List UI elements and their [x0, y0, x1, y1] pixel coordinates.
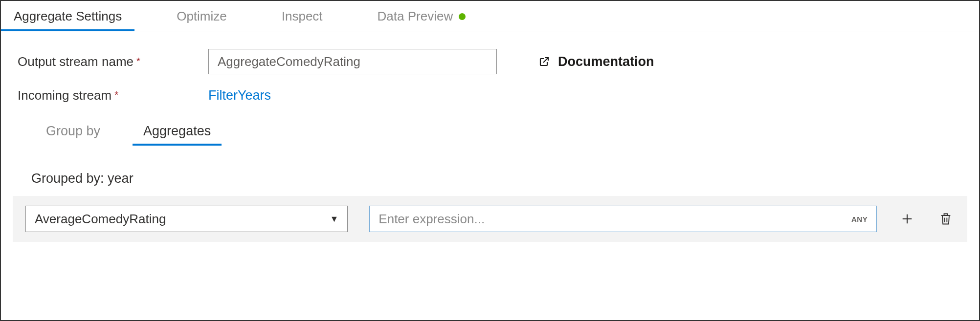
sub-tabs: Group by Aggregates — [31, 117, 967, 146]
output-stream-name-row: Output stream name * Documentation — [18, 49, 962, 74]
column-name-value: AverageComedyRating — [35, 212, 330, 227]
label-text: Output stream name — [18, 54, 134, 69]
output-stream-name-input[interactable] — [208, 49, 497, 74]
documentation-link[interactable]: Documentation — [538, 54, 654, 69]
aggregate-row: AverageComedyRating ▼ Enter expression..… — [13, 196, 967, 242]
form-section: Output stream name * Documentation Incom… — [13, 31, 967, 103]
tab-label: Inspect — [282, 9, 323, 24]
expression-placeholder: Enter expression... — [379, 212, 851, 227]
top-tabs: Aggregate Settings Optimize Inspect Data… — [1, 1, 979, 31]
tab-label: Optimize — [177, 9, 227, 24]
documentation-label: Documentation — [558, 54, 654, 69]
label-text: Incoming stream — [18, 88, 111, 103]
tab-label: Aggregate Settings — [14, 9, 122, 24]
expression-input[interactable]: Enter expression... ANY — [369, 206, 877, 232]
output-stream-name-label: Output stream name * — [18, 54, 208, 69]
incoming-stream-row: Incoming stream * FilterYears — [18, 88, 962, 103]
tab-label: Data Preview — [378, 9, 453, 24]
caret-down-icon: ▼ — [330, 214, 339, 224]
required-asterisk-icon: * — [114, 90, 118, 100]
subtab-label: Group by — [46, 124, 100, 138]
tab-data-preview[interactable]: Data Preview — [365, 1, 479, 31]
tab-aggregate-settings[interactable]: Aggregate Settings — [1, 1, 134, 31]
incoming-stream-label: Incoming stream * — [18, 88, 208, 103]
required-asterisk-icon: * — [136, 56, 140, 66]
incoming-stream-value[interactable]: FilterYears — [208, 88, 271, 103]
subtab-aggregates[interactable]: Aggregates — [129, 117, 225, 146]
external-link-icon — [538, 56, 550, 67]
grouped-by-label: Grouped by: year — [31, 171, 967, 186]
tab-optimize[interactable]: Optimize — [164, 1, 240, 31]
tab-inspect[interactable]: Inspect — [269, 1, 335, 31]
subtab-label: Aggregates — [143, 124, 211, 138]
status-indicator-icon — [459, 13, 466, 20]
column-name-select[interactable]: AverageComedyRating ▼ — [25, 206, 348, 232]
type-badge: ANY — [851, 215, 868, 223]
subtab-group-by[interactable]: Group by — [31, 117, 115, 146]
delete-button[interactable] — [937, 210, 955, 228]
add-button[interactable] — [898, 210, 915, 228]
